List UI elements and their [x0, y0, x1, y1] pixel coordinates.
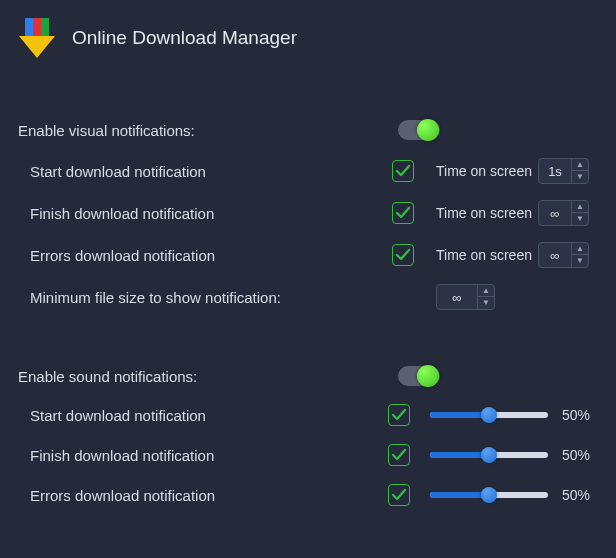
sound-row-errors-pct: 50% [562, 487, 598, 503]
check-icon [391, 448, 407, 462]
sound-row-errors-checkbox[interactable] [388, 484, 410, 506]
spinner-buttons: ▲ ▼ [571, 201, 588, 225]
spinner-down-icon[interactable]: ▼ [572, 171, 588, 183]
sound-row-errors: Errors download notification 50% [0, 484, 616, 506]
spinner-up-icon[interactable]: ▲ [572, 243, 588, 255]
visual-section-header: Enable visual notifications: [0, 120, 616, 140]
visual-row-errors-label: Errors download notification [30, 247, 392, 264]
sound-row-start-label: Start download notification [30, 407, 388, 424]
visual-row-finish-checkbox[interactable] [392, 202, 414, 224]
visual-toggle[interactable] [398, 120, 440, 140]
sound-toggle[interactable] [398, 366, 440, 386]
sound-row-start-checkbox[interactable] [388, 404, 410, 426]
visual-row-errors: Errors download notification Time on scr… [0, 242, 616, 268]
check-icon [395, 248, 411, 262]
app-header: Online Download Manager [0, 0, 616, 68]
visual-row-start-label: Start download notification [30, 163, 392, 180]
spinner-down-icon[interactable]: ▼ [572, 255, 588, 267]
sound-section-header: Enable sound notifications: [0, 366, 616, 386]
slider-thumb[interactable] [481, 407, 497, 423]
sound-row-start-slider-wrap: 50% [430, 407, 598, 423]
spinner-value: 1s [539, 164, 571, 179]
svg-marker-2 [41, 18, 49, 38]
visual-row-start-checkbox[interactable] [392, 160, 414, 182]
visual-section-label: Enable visual notifications: [18, 122, 398, 139]
sound-row-start-slider[interactable] [430, 410, 548, 420]
spinner-value: ∞ [539, 248, 571, 263]
min-size-label: Minimum file size to show notification: [30, 289, 436, 306]
visual-row-errors-timelabel: Time on screen [436, 247, 538, 263]
sound-row-start: Start download notification 50% [0, 404, 616, 426]
sound-row-start-pct: 50% [562, 407, 598, 423]
spinner-value: ∞ [437, 290, 477, 305]
sound-row-errors-label: Errors download notification [30, 487, 388, 504]
check-icon [391, 488, 407, 502]
check-icon [395, 206, 411, 220]
visual-row-finish: Finish download notification Time on scr… [0, 200, 616, 226]
spinner-up-icon[interactable]: ▲ [572, 159, 588, 171]
visual-row-finish-label: Finish download notification [30, 205, 392, 222]
visual-row-finish-spinner[interactable]: ∞ ▲ ▼ [538, 200, 589, 226]
svg-marker-3 [19, 36, 55, 58]
spinner-down-icon[interactable]: ▼ [572, 213, 588, 225]
slider-thumb[interactable] [481, 447, 497, 463]
svg-marker-1 [33, 18, 41, 38]
spinner-up-icon[interactable]: ▲ [478, 285, 494, 297]
sound-row-finish-slider-wrap: 50% [430, 447, 598, 463]
visual-row-errors-checkbox[interactable] [392, 244, 414, 266]
spinner-up-icon[interactable]: ▲ [572, 201, 588, 213]
sound-section-label: Enable sound notifications: [18, 368, 398, 385]
min-size-row: Minimum file size to show notification: … [0, 284, 616, 310]
app-title: Online Download Manager [72, 27, 297, 49]
spinner-value: ∞ [539, 206, 571, 221]
visual-row-start-timelabel: Time on screen [436, 163, 538, 179]
spinner-down-icon[interactable]: ▼ [478, 297, 494, 309]
slider-thumb[interactable] [481, 487, 497, 503]
check-icon [395, 164, 411, 178]
sound-row-finish-slider[interactable] [430, 450, 548, 460]
spinner-buttons: ▲ ▼ [571, 159, 588, 183]
app-logo-icon [18, 18, 58, 58]
visual-row-errors-spinner[interactable]: ∞ ▲ ▼ [538, 242, 589, 268]
sound-row-finish: Finish download notification 50% [0, 444, 616, 466]
sound-row-errors-slider[interactable] [430, 490, 548, 500]
svg-marker-0 [25, 18, 33, 38]
visual-row-start: Start download notification Time on scre… [0, 158, 616, 184]
check-icon [391, 408, 407, 422]
sound-row-errors-slider-wrap: 50% [430, 487, 598, 503]
visual-row-start-spinner[interactable]: 1s ▲ ▼ [538, 158, 589, 184]
spinner-buttons: ▲ ▼ [477, 285, 494, 309]
sound-row-finish-checkbox[interactable] [388, 444, 410, 466]
sound-row-finish-label: Finish download notification [30, 447, 388, 464]
min-size-spinner[interactable]: ∞ ▲ ▼ [436, 284, 495, 310]
spinner-buttons: ▲ ▼ [571, 243, 588, 267]
sound-row-finish-pct: 50% [562, 447, 598, 463]
visual-row-finish-timelabel: Time on screen [436, 205, 538, 221]
